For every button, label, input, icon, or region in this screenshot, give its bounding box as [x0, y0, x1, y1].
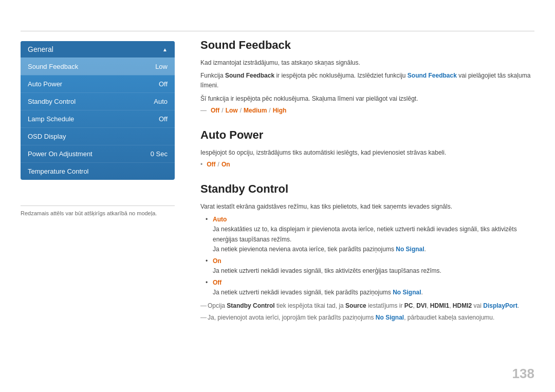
main-content: Sound Feedback Kad izmantojat izstrādāju…	[200, 39, 534, 371]
standby-control-title: Standby Control	[200, 182, 534, 196]
sc-auto-term: Auto	[213, 216, 227, 223]
sc-n1-hdmi1: HDMI1	[430, 302, 449, 309]
opt-sep1: /	[221, 107, 223, 114]
menu-item-temp-control[interactable]: Temperature Control	[21, 162, 175, 180]
sc-on-desc: Ja netiek uztverti nekādi ievades signāl…	[213, 267, 441, 274]
sidebar-header: General ▲	[21, 41, 175, 58]
menu-item-label: Lamp Schedule	[28, 115, 74, 123]
sidebar-title: General	[28, 45, 53, 53]
sidebar-note: Redzamais attēls var būt atšķirīgs atkar…	[21, 206, 175, 216]
menu-item-label: OSD Display	[28, 133, 66, 140]
menu-item-value: Auto	[154, 98, 168, 105]
auto-power-options: • Off / On	[200, 161, 534, 168]
sound-feedback-para3: Šī funkcija ir iespējota pēc noklusējuma…	[200, 94, 534, 104]
menu-item-sound-feedback[interactable]: Sound Feedback Low	[21, 58, 175, 75]
opt-medium: Medium	[244, 107, 267, 114]
menu-item-value: Off	[159, 115, 168, 123]
sidebar: General ▲ Sound Feedback Low Auto Power …	[21, 41, 175, 216]
ap-opt-sep: /	[218, 161, 219, 168]
sc-n1-bold: Standby Control	[227, 302, 274, 309]
sf-p2-mid: ir iespējota pēc noklusējuma. Izslēdziet…	[274, 72, 408, 79]
opt-sep3: /	[269, 107, 270, 114]
sidebar-note-text: Redzamais attēls var būt atšķirīgs atkar…	[21, 210, 157, 216]
arrow-up-icon: ▲	[162, 47, 168, 52]
sc-n1-hdmi2: HDMI2	[453, 302, 472, 309]
menu-item-lamp-schedule[interactable]: Lamp Schedule Off	[21, 110, 175, 127]
menu-item-label: Standby Control	[28, 98, 76, 105]
sf-p2-highlight: Sound Feedback	[408, 72, 457, 79]
sidebar-menu: General ▲ Sound Feedback Low Auto Power …	[21, 41, 175, 180]
menu-item-osd-display[interactable]: OSD Display	[21, 127, 175, 145]
sc-n1-dvi: DVI	[416, 302, 427, 309]
opt-sep2: /	[240, 107, 242, 114]
menu-item-label: Temperature Control	[28, 167, 89, 175]
ap-options-dash: •	[200, 161, 202, 168]
sound-feedback-para1: Kad izmantojat izstrādājumu, tas atskaņo…	[200, 58, 534, 68]
menu-item-label: Power On Adjustment	[28, 150, 92, 158]
sc-n1-source: Source	[345, 302, 366, 309]
sc-n1-dp: DisplayPort	[483, 302, 517, 309]
menu-item-auto-power[interactable]: Auto Power Off	[21, 75, 175, 92]
standby-bullet-off: Off Ja netiek uztverti nekādi ievades si…	[206, 278, 534, 297]
sc-off-no-signal: No Signal	[393, 289, 421, 296]
sound-feedback-para2: Funkcija Sound Feedback ir iespējota pēc…	[200, 71, 534, 90]
sound-feedback-title: Sound Feedback	[200, 39, 534, 52]
sound-feedback-options: — Off / Low / Medium / High	[200, 107, 534, 114]
sf-p2-bold: Sound Feedback	[225, 72, 274, 79]
sc-auto-desc2: Ja netiek pievienota neviena avota ierīc…	[213, 246, 396, 253]
menu-item-standby-control[interactable]: Standby Control Auto	[21, 92, 175, 110]
sc-auto-desc1: Ja neskatāties uz to, ka displejam ir pi…	[213, 226, 517, 242]
sc-n2-no-signal: No Signal	[376, 314, 404, 321]
standby-control-para1: Varat iestatīt ekrāna gaidstāves režīmu,…	[200, 202, 534, 212]
sc-off-period: .	[421, 289, 423, 296]
menu-item-value: Low	[155, 63, 168, 70]
menu-item-label: Sound Feedback	[28, 63, 78, 70]
opt-off: Off	[211, 107, 219, 114]
sf-p2-prefix: Funkcija	[200, 72, 225, 79]
standby-note1: Opcija Standby Control tiek iespējota ti…	[200, 301, 534, 311]
auto-power-para1: Iespējojot šo opciju, izstrādājums tiks …	[200, 148, 534, 158]
menu-item-value: Off	[159, 80, 168, 88]
menu-item-value: 0 Sec	[151, 150, 168, 158]
header-divider	[185, 31, 534, 31]
menu-item-power-on-adj[interactable]: Power On Adjustment 0 Sec	[21, 145, 175, 162]
standby-bullet-auto: Auto Ja neskatāties uz to, ka displejam …	[206, 215, 534, 254]
auto-power-title: Auto Power	[200, 128, 534, 142]
standby-bullets: Auto Ja neskatāties uz to, ka displejam …	[200, 215, 534, 298]
page-number: 138	[512, 366, 534, 382]
standby-note2: Ja, pievienojot avota ierīci, joprojām t…	[200, 313, 534, 323]
sc-n1-vals: PC	[404, 302, 413, 309]
sc-auto-no-signal: No Signal	[396, 246, 424, 253]
menu-item-label: Auto Power	[28, 80, 62, 88]
sc-off-desc: Ja netiek uztverti nekādi ievades signāl…	[213, 289, 393, 296]
standby-bullet-on: On Ja netiek uztverti nekādi ievades sig…	[206, 256, 534, 276]
opt-high: High	[273, 107, 287, 114]
sc-off-term: Off	[213, 279, 221, 286]
ap-opt-on: On	[221, 161, 230, 168]
options-dash: —	[200, 107, 207, 114]
opt-low: Low	[226, 107, 238, 114]
sc-auto-period: .	[424, 246, 426, 253]
ap-opt-off: Off	[207, 161, 215, 168]
sc-on-term: On	[213, 257, 221, 265]
